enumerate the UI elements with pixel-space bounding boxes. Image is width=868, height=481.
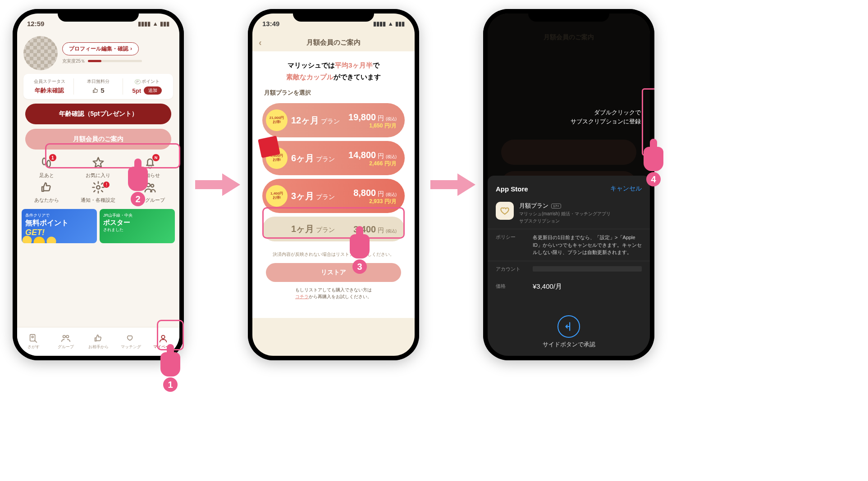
- plan-total: 19,800: [348, 112, 376, 122]
- thumb-icon: [93, 333, 103, 343]
- tier-key: 会員ステータス: [27, 78, 72, 85]
- status-icons: ▮▮▮▮▲▮▮▮: [373, 20, 405, 27]
- svg-point-2: [96, 186, 100, 189]
- avatar[interactable]: [23, 36, 58, 70]
- repurchase-link[interactable]: コチラ: [295, 294, 309, 299]
- heart-thumb-icon: [92, 87, 99, 94]
- badge-alert: !: [103, 182, 110, 188]
- pointer-icon: [350, 234, 370, 259]
- step-number: 3: [352, 259, 367, 274]
- tab-search[interactable]: さがす: [17, 327, 50, 356]
- menu-label: 足あと: [39, 172, 54, 179]
- step-3-marker: 3: [350, 234, 370, 274]
- tab-from-partner[interactable]: お相手から: [82, 327, 114, 356]
- intro-text: マリッシュでは平均3ヶ月半で 素敵なカップルができています: [252, 51, 415, 87]
- account-value-redacted: [533, 266, 642, 272]
- svg-point-7: [63, 336, 66, 338]
- tab-bar: さがす グループ お相手から マッチング マイページ: [17, 327, 179, 356]
- gear-icon: [91, 181, 105, 194]
- tab-label: マッチング: [121, 344, 141, 350]
- add-points-button[interactable]: 追加: [144, 86, 162, 95]
- profile-progress-label: 充実度25％: [62, 58, 85, 64]
- pointer-icon: [128, 167, 148, 191]
- banner-text: されました: [103, 227, 171, 233]
- cancel-button[interactable]: キャンセル: [610, 185, 642, 193]
- svg-point-6: [32, 336, 33, 338]
- edit-profile-button[interactable]: プロフィール編集・確認 ›: [62, 42, 139, 55]
- menu-label: あなたから: [34, 197, 59, 204]
- sub-type: サブスクリプション: [519, 218, 611, 224]
- battery-icon: ▮▮▮: [160, 20, 169, 27]
- confirm-text: サイドボタンで承認: [488, 340, 650, 349]
- phone-1-mypage: 12:59 ▮▮▮▮ ▲ ▮▮▮ プロフィール編集・確認 › 充実度25％: [13, 9, 184, 360]
- point-key: ポイント: [142, 79, 160, 84]
- appstore-title: App Store: [496, 185, 528, 193]
- coins-icon: [22, 228, 59, 243]
- app-icon: [496, 202, 514, 220]
- menu-label: 通知・各種設定: [81, 197, 115, 204]
- plan-duration: 3ヶ月: [291, 191, 314, 201]
- plan-monthly: 2,933 円/月: [353, 198, 397, 204]
- group-icon: [61, 333, 71, 343]
- point-prefix: P: [135, 79, 141, 84]
- menu-from-you[interactable]: あなたから: [22, 181, 72, 204]
- status-time: 12:59: [27, 20, 44, 27]
- plan-total: 8,800: [353, 188, 376, 198]
- flow-arrow: [193, 171, 242, 198]
- double-click-hint: ダブルクリックで サブスクリプションに登録: [571, 108, 641, 126]
- chevron-right-icon: ›: [130, 45, 132, 52]
- tab-group[interactable]: グループ: [50, 327, 82, 356]
- profile-progress-bar: [88, 60, 142, 62]
- phone-2-plans: 13:49 ▮▮▮▮▲▮▮▮ ‹ 月額会員のご案内 マリッシュでは平均3ヶ月半で…: [248, 9, 419, 360]
- highlight-side-button: [642, 88, 654, 156]
- tab-matching[interactable]: マッチング: [114, 327, 147, 356]
- plan-duration: 12ヶ月: [291, 115, 319, 125]
- status-icons: ▮▮▮▮ ▲ ▮▮▮: [138, 20, 169, 27]
- step-2-marker: 2: [128, 167, 148, 206]
- edit-profile-label: プロフィール編集・確認: [69, 45, 128, 53]
- price-key: 価格: [496, 283, 527, 290]
- search-person-icon: [28, 333, 38, 343]
- like-value: 5: [101, 86, 104, 94]
- notch: [293, 9, 374, 22]
- svg-point-4: [151, 184, 154, 187]
- repurchase-note: もしリストアしても購入できない方は コチラから再購入をお試しください。: [252, 282, 415, 304]
- plan-monthly: 1,650 円/月: [348, 123, 397, 129]
- policy-key: ポリシー: [496, 234, 527, 240]
- plan-12mo[interactable]: 21,000円お得! 12ヶ月 プラン 19,800 円 (税込) 1,650 …: [262, 103, 405, 137]
- plan-6mo[interactable]: 5,600円お得! 6ヶ月 プラン 14,800 円 (税込) 2,466 円/…: [262, 141, 405, 175]
- phone-3-appstore-confirm: 月額会員のご案内 ダブルクリックで サブスクリプションに登録 App Store…: [483, 9, 654, 360]
- banner-text: JR山手線・中央: [103, 213, 171, 218]
- restore-button[interactable]: リストア: [266, 263, 401, 282]
- thumb-icon: [40, 181, 53, 194]
- page-header: ‹ 月額会員のご案内: [252, 33, 415, 51]
- step-number: 2: [131, 192, 145, 206]
- stats-card: 会員ステータス 年齢未確認 本日無料分 5 Pポイント 5pt 追加: [23, 74, 173, 99]
- status-time: 13:49: [262, 20, 279, 27]
- banner-free-points[interactable]: 条件クリアで 無料ポイント GET!: [22, 209, 97, 243]
- banner-text: ポスター: [103, 218, 130, 226]
- highlight-3mo-plan: [262, 207, 405, 239]
- select-plan-label: 月額プランを選択: [252, 87, 415, 100]
- side-button-icon: [557, 315, 580, 338]
- restore-note: 決済内容が反映されない場合はリストアをお試しください。: [252, 241, 415, 261]
- age-verify-button[interactable]: 年齢確認（5ptプレゼント）: [25, 104, 171, 124]
- flow-arrow: [428, 171, 478, 198]
- plan-name: 月額プラン: [519, 202, 548, 210]
- savings-badge: 1,400円お得!: [266, 185, 288, 207]
- policy-value: 各更新日の1日前までなら、「設定」>「Apple ID」からいつでもキャンセルで…: [533, 234, 642, 256]
- back-button[interactable]: ‹: [259, 37, 262, 48]
- plan-total: 14,800: [348, 150, 376, 160]
- menu-settings[interactable]: ! 通知・各種設定: [73, 181, 123, 204]
- plan-duration: 6ヶ月: [291, 153, 314, 163]
- banner-poster[interactable]: JR山手線・中央 ポスター されました: [100, 209, 175, 243]
- banner-text: 無料ポイント: [25, 219, 69, 227]
- savings-badge: 21,000円お得!: [266, 109, 288, 131]
- menu-label: お気に入り: [86, 172, 110, 179]
- svg-point-8: [66, 336, 69, 338]
- tier-value: 年齢未確認: [27, 86, 72, 95]
- notch: [58, 9, 139, 22]
- plan-monthly: 2,466 円/月: [348, 160, 397, 167]
- like-key: 本日無料分: [76, 78, 120, 85]
- wifi-icon: ▲: [152, 20, 158, 27]
